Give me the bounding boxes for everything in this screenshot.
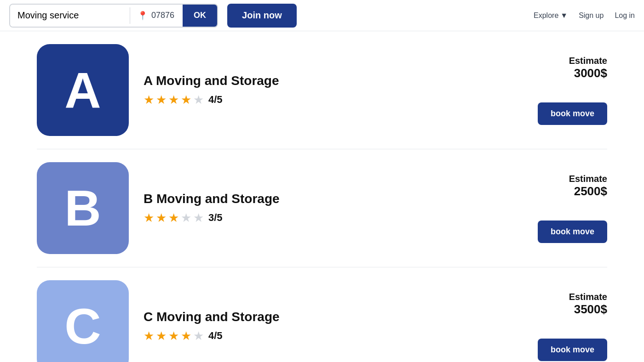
stars-row-c: ★★★★★ 4/5 bbox=[144, 329, 510, 343]
service-logo-letter-b: B bbox=[64, 183, 101, 233]
stars-row-a: ★★★★★ 4/5 bbox=[144, 93, 510, 107]
star-filled: ★ bbox=[168, 93, 179, 107]
login-link[interactable]: Log in bbox=[615, 11, 635, 20]
service-right-a: Estimate 3000$ book move bbox=[524, 56, 607, 125]
stars-row-b: ★★★★★ 3/5 bbox=[144, 211, 510, 225]
location-value: 07876 bbox=[151, 11, 174, 20]
service-logo-c: C bbox=[37, 280, 129, 362]
estimate-value-b: 2500$ bbox=[569, 184, 607, 198]
book-move-button-a[interactable]: book move bbox=[538, 102, 607, 125]
star-empty: ★ bbox=[193, 329, 204, 343]
service-logo-a: A bbox=[37, 44, 129, 136]
service-list: A A Moving and Storage ★★★★★ 4/5 Estimat… bbox=[37, 31, 607, 362]
estimate-label-a: Estimate bbox=[569, 56, 607, 66]
estimate-label-b: Estimate bbox=[569, 174, 607, 184]
header: 📍 07876 OK Join now Explore ▼ Sign up Lo… bbox=[0, 0, 644, 31]
estimate-block-c: Estimate 3500$ bbox=[569, 292, 607, 317]
search-bar: 📍 07876 OK bbox=[9, 4, 218, 28]
service-info-a: A Moving and Storage ★★★★★ 4/5 bbox=[144, 74, 510, 107]
star-filled: ★ bbox=[144, 211, 154, 225]
star-filled: ★ bbox=[168, 329, 179, 343]
ok-button[interactable]: OK bbox=[183, 4, 217, 28]
star-empty: ★ bbox=[193, 211, 204, 225]
star-empty: ★ bbox=[193, 93, 204, 107]
rating-text-c: 4/5 bbox=[208, 330, 223, 342]
star-filled: ★ bbox=[181, 329, 191, 343]
service-card-c: C C Moving and Storage ★★★★★ 4/5 Estimat… bbox=[37, 267, 607, 362]
service-card-b: B B Moving and Storage ★★★★★ 3/5 Estimat… bbox=[37, 149, 607, 267]
service-name-c: C Moving and Storage bbox=[144, 310, 510, 324]
star-filled: ★ bbox=[168, 211, 179, 225]
rating-text-b: 3/5 bbox=[208, 212, 223, 224]
star-empty: ★ bbox=[181, 211, 191, 225]
service-logo-letter-c: C bbox=[64, 301, 101, 351]
estimate-value-c: 3500$ bbox=[569, 302, 607, 317]
book-move-button-b[interactable]: book move bbox=[538, 221, 607, 243]
service-card-a: A A Moving and Storage ★★★★★ 4/5 Estimat… bbox=[37, 31, 607, 149]
search-service-input[interactable] bbox=[10, 5, 130, 27]
service-name-a: A Moving and Storage bbox=[144, 74, 510, 88]
service-logo-letter-a: A bbox=[64, 65, 101, 115]
service-info-c: C Moving and Storage ★★★★★ 4/5 bbox=[144, 310, 510, 343]
star-filled: ★ bbox=[156, 211, 167, 225]
star-filled: ★ bbox=[156, 329, 167, 343]
explore-label: Explore bbox=[534, 11, 558, 20]
service-info-b: B Moving and Storage ★★★★★ 3/5 bbox=[144, 192, 510, 225]
estimate-block-b: Estimate 2500$ bbox=[569, 174, 607, 198]
star-filled: ★ bbox=[181, 93, 191, 107]
search-location: 📍 07876 bbox=[130, 5, 182, 27]
book-move-button-c[interactable]: book move bbox=[538, 339, 607, 361]
chevron-down-icon: ▼ bbox=[560, 11, 568, 20]
main-content: A A Moving and Storage ★★★★★ 4/5 Estimat… bbox=[0, 31, 644, 362]
estimate-block-a: Estimate 3000$ bbox=[569, 56, 607, 80]
join-now-button[interactable]: Join now bbox=[227, 4, 297, 28]
nav-links: Explore ▼ Sign up Log in bbox=[534, 11, 635, 20]
explore-menu[interactable]: Explore ▼ bbox=[534, 11, 568, 20]
estimate-value-a: 3000$ bbox=[569, 66, 607, 80]
service-name-b: B Moving and Storage bbox=[144, 192, 510, 206]
signup-link[interactable]: Sign up bbox=[579, 11, 604, 20]
service-right-c: Estimate 3500$ book move bbox=[524, 292, 607, 361]
location-pin-icon: 📍 bbox=[138, 11, 148, 21]
star-filled: ★ bbox=[144, 93, 154, 107]
service-right-b: Estimate 2500$ book move bbox=[524, 174, 607, 243]
service-logo-b: B bbox=[37, 162, 129, 254]
star-filled: ★ bbox=[144, 329, 154, 343]
rating-text-a: 4/5 bbox=[208, 94, 223, 106]
estimate-label-c: Estimate bbox=[569, 292, 607, 302]
star-filled: ★ bbox=[156, 93, 167, 107]
